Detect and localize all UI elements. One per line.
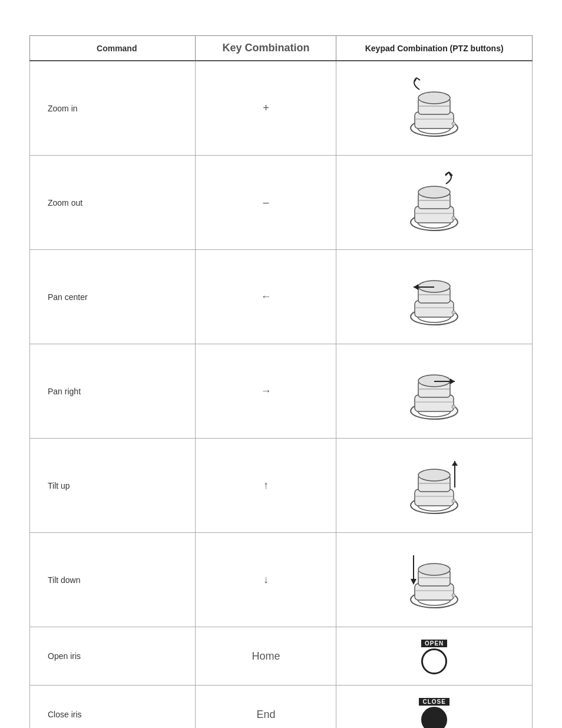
- keypad-cell: [336, 439, 533, 533]
- keypad-cell: CLOSE: [336, 686, 533, 729]
- svg-point-35: [452, 405, 455, 409]
- col-header-keypad: Keypad Combination (PTZ buttons): [336, 36, 533, 61]
- col-header-key: Key Combination: [196, 36, 336, 61]
- commands-table: Command Key Combination Keypad Combinati…: [29, 35, 533, 728]
- svg-point-25: [452, 311, 455, 314]
- svg-point-42: [418, 469, 450, 481]
- svg-point-52: [418, 564, 450, 575]
- key-cell: –: [196, 156, 336, 250]
- keypad-cell: [336, 61, 533, 156]
- key-cell: ↑: [196, 439, 336, 533]
- keypad-cell: [336, 250, 533, 344]
- table-row: Pan right→: [30, 344, 533, 439]
- keypad-cell: [336, 533, 533, 627]
- key-cell: ↓: [196, 533, 336, 627]
- command-cell: Zoom out: [30, 156, 196, 250]
- command-cell: Open iris: [30, 627, 196, 686]
- command-cell: Zoom in: [30, 61, 196, 156]
- key-cell: +: [196, 61, 336, 156]
- command-cell: Pan center: [30, 250, 196, 344]
- svg-marker-37: [450, 378, 455, 384]
- table-row: Zoom out–: [30, 156, 533, 250]
- table-row: Open irisHome OPEN: [30, 627, 533, 686]
- command-cell: Tilt up: [30, 439, 196, 533]
- table-row: Tilt down↓: [30, 533, 533, 627]
- key-cell: →: [196, 344, 336, 439]
- key-cell: Home: [196, 627, 336, 686]
- svg-point-12: [418, 186, 450, 198]
- keypad-cell: [336, 156, 533, 250]
- svg-marker-27: [414, 284, 418, 290]
- command-cell: Close iris: [30, 686, 196, 729]
- command-cell: Pan right: [30, 344, 196, 439]
- table-row: Pan center←: [30, 250, 533, 344]
- svg-point-7: [452, 122, 455, 126]
- keypad-cell: OPEN: [336, 627, 533, 686]
- table-row: Zoom in+: [30, 61, 533, 156]
- command-cell: Tilt down: [30, 533, 196, 627]
- keypad-cell: [336, 344, 533, 439]
- svg-point-45: [452, 499, 455, 503]
- svg-point-55: [452, 594, 455, 597]
- svg-point-15: [452, 216, 455, 220]
- svg-marker-47: [452, 461, 458, 466]
- table-row: Close irisEnd CLOSE: [30, 686, 533, 729]
- key-cell: End: [196, 686, 336, 729]
- table-row: Tilt up↑: [30, 439, 533, 533]
- svg-marker-57: [411, 579, 416, 585]
- key-cell: ←: [196, 250, 336, 344]
- col-header-command: Command: [30, 36, 196, 61]
- svg-point-4: [418, 92, 450, 104]
